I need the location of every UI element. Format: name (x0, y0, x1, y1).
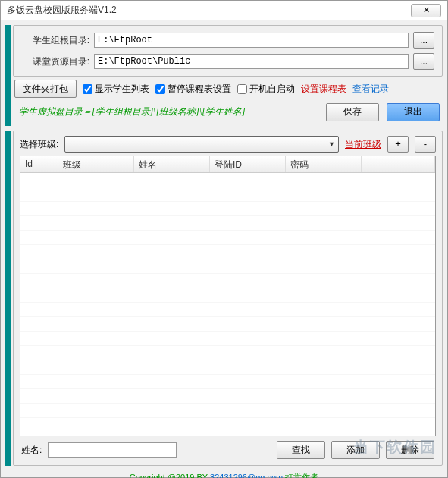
add-class-button[interactable]: + (387, 136, 409, 153)
name-label: 姓名: (21, 444, 42, 457)
pause-schedule-checkbox[interactable]: 暂停课程表设置 (155, 83, 231, 96)
col-pwd[interactable]: 密码 (286, 156, 362, 172)
class-dir-browse-button[interactable]: ... (413, 53, 434, 70)
student-panel: 选择班级: ▼ 当前班级 + - Id 班级 姓名 登陆ID 密码 (13, 131, 443, 466)
class-dir-label: 课堂资源目录: (21, 55, 89, 68)
content: 学生组根目录: ... 课堂资源目录: ... 文件夹打包 显示学生列表 (1, 20, 447, 478)
close-icon: ✕ (423, 5, 430, 14)
col-id[interactable]: Id (20, 156, 58, 172)
autostart-label: 开机自启动 (249, 83, 295, 96)
titlebar: 多饭云盘校园版服务端V1.2 ✕ (1, 1, 447, 20)
table-actions-row: 姓名: 查找 添加 删除 (20, 436, 436, 461)
copyright-suffix[interactable]: 打赏作者 (283, 473, 318, 478)
class-dir-row: 课堂资源目录: ... (21, 53, 434, 70)
student-table: Id 班级 姓名 登陆ID 密码 (20, 156, 436, 436)
pack-folder-button[interactable]: 文件夹打包 (14, 80, 77, 98)
delete-button[interactable]: 删除 (386, 441, 434, 459)
options-row: 文件夹打包 显示学生列表 暂停课程表设置 开机自启动 设置课程表 查看记录 (13, 77, 443, 102)
add-button[interactable]: 添加 (331, 441, 380, 459)
set-schedule-link[interactable]: 设置课程表 (301, 83, 346, 96)
copyright-email-link[interactable]: 32431296@qq.com (210, 473, 283, 478)
student-dir-browse-button[interactable]: ... (413, 32, 434, 49)
student-dir-label: 学生组根目录: (21, 34, 89, 47)
title-text: 多饭云盘校园版服务端V1.2 (7, 4, 411, 17)
pause-schedule-label: 暂停课程表设置 (168, 83, 231, 96)
autostart-checkbox-input[interactable] (237, 84, 247, 94)
upper-section: 学生组根目录: ... 课堂资源目录: ... 文件夹打包 显示学生列表 (5, 25, 443, 126)
col-class[interactable]: 班级 (58, 156, 134, 172)
name-search-input[interactable] (48, 442, 177, 458)
student-dir-input[interactable] (94, 33, 409, 48)
find-button[interactable]: 查找 (277, 441, 325, 459)
close-button[interactable]: ✕ (411, 4, 441, 17)
main-window: 多饭云盘校园版服务端V1.2 ✕ 学生组根目录: ... 课堂资源目录: ...… (0, 0, 448, 478)
pause-schedule-checkbox-input[interactable] (155, 84, 165, 94)
table-header: Id 班级 姓名 登陆ID 密码 (20, 156, 435, 173)
save-button[interactable]: 保存 (326, 103, 379, 121)
col-login[interactable]: 登陆ID (210, 156, 286, 172)
class-select-row: 选择班级: ▼ 当前班级 + - (20, 136, 436, 153)
show-list-checkbox[interactable]: 显示学生列表 (83, 83, 149, 96)
chevron-down-icon: ▼ (328, 140, 335, 148)
class-select-label: 选择班级: (20, 138, 58, 151)
table-body[interactable] (20, 173, 435, 436)
remove-class-button[interactable]: - (415, 136, 436, 153)
col-name[interactable]: 姓名 (134, 156, 210, 172)
student-dir-row: 学生组根目录: ... (21, 32, 434, 49)
class-combobox[interactable]: ▼ (64, 136, 339, 153)
col-rest (362, 156, 435, 172)
show-list-checkbox-input[interactable] (83, 84, 92, 94)
copyright: Copyright @2019 BY 32431296@qq.com 打赏作者 (5, 470, 443, 478)
view-log-link[interactable]: 查看记录 (352, 83, 389, 96)
copyright-prefix: Copyright @2019 BY (130, 473, 210, 478)
hint-action-row: 学生虚拟盘目录＝[学生组根目录]\[班级名称]\[学生姓名] 保存 退出 (13, 102, 443, 126)
current-class-link[interactable]: 当前班级 (345, 138, 381, 151)
lower-section: 选择班级: ▼ 当前班级 + - Id 班级 姓名 登陆ID 密码 (5, 131, 443, 466)
autostart-checkbox[interactable]: 开机自启动 (237, 83, 295, 96)
directory-panel: 学生组根目录: ... 课堂资源目录: ... (13, 25, 443, 77)
show-list-label: 显示学生列表 (95, 83, 149, 96)
class-dir-input[interactable] (94, 54, 409, 69)
hint-text: 学生虚拟盘目录＝[学生组根目录]\[班级名称]\[学生姓名] (16, 102, 249, 121)
exit-button[interactable]: 退出 (387, 103, 440, 121)
